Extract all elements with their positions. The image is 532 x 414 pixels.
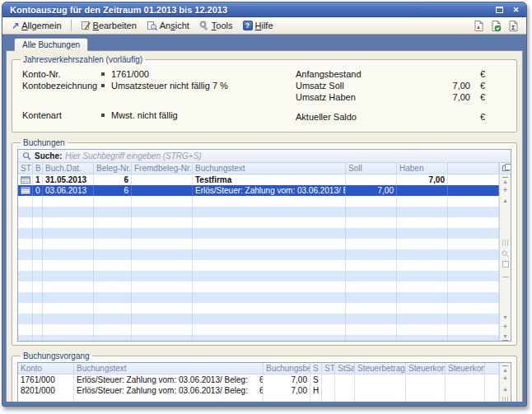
bullet-icon xyxy=(101,114,105,117)
menu-hilfe[interactable]: ? Hilfe xyxy=(239,20,278,31)
tab-bar: Alle Buchungen xyxy=(6,35,523,50)
menu-hilfe-label: Hilfe xyxy=(255,21,273,30)
umsatz-soll-value: 7,00 xyxy=(413,81,470,91)
scroll-first-button[interactable] xyxy=(502,176,510,184)
toolbar-separator xyxy=(71,20,72,31)
magnifier-icon xyxy=(502,250,509,258)
col-buchungstext[interactable]: Buchungstext xyxy=(193,163,346,174)
col-steuerkonto-1[interactable]: Steuerkonto 1 xyxy=(406,363,446,374)
append-row-button[interactable] xyxy=(502,323,510,331)
confirm-posting-button[interactable] xyxy=(488,19,504,33)
col-st[interactable]: ST xyxy=(18,163,33,174)
empty-rows-area xyxy=(18,396,499,402)
maximize-button[interactable] xyxy=(494,5,505,15)
scroll-first-button[interactable] xyxy=(502,365,510,373)
group-buchungen: Buchungen Suche: Hier Suchbegriff eingeb… xyxy=(12,138,517,346)
col-beleg-nr[interactable]: Beleg-Nr. xyxy=(94,163,132,174)
kontenart-value: Mwst. nicht fällig xyxy=(111,110,178,120)
insert-row-button[interactable] xyxy=(502,374,510,383)
empty-row xyxy=(18,292,499,303)
col-fremdbeleg-nr[interactable]: Fremdbeleg-Nr. xyxy=(132,163,193,174)
bullet-icon xyxy=(101,72,105,76)
export-report-button[interactable] xyxy=(471,19,487,33)
empty-row xyxy=(18,303,499,314)
group-title: Buchungsvorgang xyxy=(21,351,92,361)
booking-row-selected[interactable]: 0 03.06.2013 6 Erlös/Steuer: Zahlung vom… xyxy=(18,185,499,196)
empty-row xyxy=(18,207,499,217)
menu-ansicht[interactable]: Ansicht xyxy=(142,20,194,31)
menu-allgemein[interactable]: ↗ Allgemein xyxy=(7,20,66,31)
field-umsatz-haben: Umsatz Haben 7,00 € xyxy=(296,91,503,103)
menu-tools[interactable]: Tools xyxy=(195,20,237,31)
empty-row xyxy=(18,396,499,402)
menu-bearbeiten-label: Bearbeiten xyxy=(93,21,137,30)
col-stsatz[interactable]: StSatz xyxy=(335,363,355,374)
booking-row[interactable]: 1 31.05.2013 6 Testfirma 7,00 xyxy=(18,174,499,185)
field-konto-nr: Konto-Nr. 1761/000 xyxy=(22,68,284,80)
grid-menu-button[interactable] xyxy=(500,163,511,174)
field-anfangsbestand: Anfangsbestand € xyxy=(296,68,503,80)
column-options-button[interactable] xyxy=(502,240,509,246)
empty-row xyxy=(18,196,499,207)
document-check-icon xyxy=(491,20,502,32)
empty-row xyxy=(18,281,499,292)
empty-row xyxy=(18,249,499,260)
tab-alle-buchungen[interactable]: Alle Buchungen xyxy=(14,38,88,51)
col-konto[interactable]: Konto xyxy=(18,363,74,374)
col-st[interactable]: ST xyxy=(322,363,335,374)
window-title: Kontoauszug für den Zeitraum 01.2013 bis… xyxy=(10,5,494,15)
search-input[interactable]: Suche: Hier Suchbegriff eingeben (STRG+S… xyxy=(18,150,511,163)
svg-text:Σ: Σ xyxy=(511,24,516,31)
insert-row-button[interactable] xyxy=(502,186,510,194)
empty-row xyxy=(18,335,499,341)
help-icon: ? xyxy=(243,21,253,30)
col-buchungsbetrag[interactable]: Buchungsbetrag xyxy=(264,363,310,374)
col-steuerbetrag[interactable]: Steuerbetrag xyxy=(355,363,406,374)
empty-row xyxy=(18,217,499,228)
umsatz-haben-value: 7,00 xyxy=(413,92,470,102)
content-area: Jahresverkehrszahlen (vorläufig) Konto-N… xyxy=(6,50,523,402)
menu-ansicht-label: Ansicht xyxy=(160,21,189,30)
menu-bearbeiten[interactable]: Bearbeiten xyxy=(77,20,141,31)
grid-settings-button[interactable] xyxy=(502,261,509,267)
col-soll[interactable]: Soll xyxy=(346,163,397,174)
process-row[interactable]: 1761/000 Erlös/Steuer: Zahlung vom: 03.0… xyxy=(18,374,499,385)
empty-row xyxy=(18,324,499,335)
bookings-scroll-strip xyxy=(499,163,511,341)
close-button[interactable]: ✕ xyxy=(511,5,521,15)
col-haben[interactable]: Haben xyxy=(397,163,448,174)
scroll-up-button[interactable] xyxy=(502,196,510,204)
menu-tools-label: Tools xyxy=(212,21,233,30)
empty-row xyxy=(18,260,499,271)
toolbar: ↗ Allgemein Bearbeiten Ansicht Tools ? H… xyxy=(2,17,526,35)
scroll-last-button[interactable] xyxy=(502,333,510,341)
document-sum-icon: Σ xyxy=(508,20,519,32)
scroll-down-button[interactable] xyxy=(502,313,510,321)
group-title: Buchungen xyxy=(21,138,68,147)
split-view-button[interactable] xyxy=(502,271,509,277)
zoom-button[interactable] xyxy=(502,249,510,258)
totals-button[interactable]: Σ xyxy=(506,19,521,33)
process-row[interactable]: 8201/000 Erlös/Steuer: Zahlung vom: 03.0… xyxy=(18,385,499,396)
col-steuerkonto-2[interactable]: Steuerkonto 2 xyxy=(446,363,485,374)
title-bar[interactable]: Kontoauszug für den Zeitraum 01.2013 bis… xyxy=(2,2,526,17)
screen: Kontoauszug für den Zeitraum 01.2013 bis… xyxy=(0,0,532,414)
empty-row xyxy=(18,271,499,281)
empty-row xyxy=(18,314,499,324)
process-header: Konto Buchungstext Buchungsbetrag S ST S… xyxy=(18,363,499,374)
col-s[interactable]: S xyxy=(310,363,322,374)
search-icon xyxy=(22,151,31,160)
process-grid: Konto Buchungstext Buchungsbetrag S ST S… xyxy=(17,362,511,402)
empty-row xyxy=(18,239,499,249)
col-filler xyxy=(448,163,499,174)
row-type-cell xyxy=(18,174,33,185)
scroll-up-button[interactable] xyxy=(502,384,510,393)
col-buchdat[interactable]: Buch.Dat. xyxy=(43,163,94,174)
column-options-button[interactable] xyxy=(502,397,509,402)
menu-allgemein-label: Allgemein xyxy=(21,21,61,30)
bookings-header: ST B Buch.Dat. Beleg-Nr. Fremdbeleg-Nr. … xyxy=(18,163,499,174)
group-title: Jahresverkehrszahlen (vorläufig) xyxy=(21,55,145,64)
field-kontobezeichnung: Kontobezeichnung Umsatzsteuer nicht fäll… xyxy=(22,80,284,91)
col-buchungstext[interactable]: Buchungstext xyxy=(74,363,264,374)
col-b[interactable]: B xyxy=(33,163,43,174)
